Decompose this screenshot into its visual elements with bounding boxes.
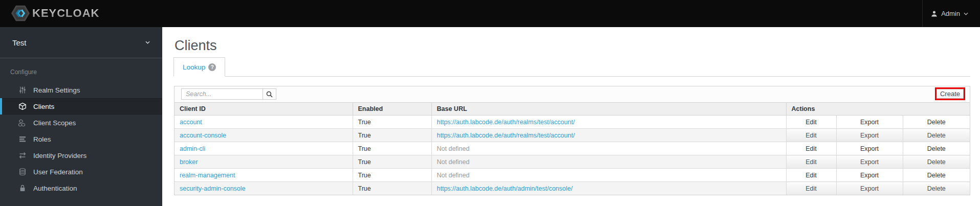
export-button[interactable]: Export [836,116,903,129]
base-url-cell: https://auth.labcode.de/auth/admin/test/… [431,182,786,195]
base-url-not-defined: Not defined [437,158,470,166]
export-button[interactable]: Export [836,155,903,169]
client-id-link[interactable]: security-admin-console [180,185,246,192]
base-url-not-defined: Not defined [437,145,470,152]
keycloak-logo-icon [11,5,30,22]
enabled-cell: True [353,155,431,169]
sidebar-item-label: Authentication [33,185,77,192]
app-header: KEYCLOAK Admin [0,0,980,27]
base-url-not-defined: Not defined [437,172,470,179]
header-separator [922,0,923,27]
base-url-link[interactable]: https://auth.labcode.de/auth/realms/test… [437,119,575,126]
chevron-down-icon [964,12,968,15]
edit-button[interactable]: Edit [786,169,836,182]
edit-button[interactable]: Edit [786,116,836,129]
sidebar-item-client-scopes[interactable]: Client Scopes [0,115,162,131]
brand-text: KEYCLOAK [32,7,99,20]
edit-button[interactable]: Edit [786,155,836,169]
column-header-actions: Actions [786,103,970,116]
sidebar-item-roles[interactable]: Roles [0,131,162,147]
page-title: Clients [175,38,980,54]
client-id-link[interactable]: account-console [180,132,226,139]
database-icon [18,168,27,176]
keycloak-logo: KEYCLOAK [11,5,99,22]
chevron-down-icon [145,41,150,44]
client-id-cell: realm-management [175,169,353,182]
export-button[interactable]: Export [836,169,903,182]
sidebar-item-label: Roles [33,135,51,143]
tabs-bar: Lookup ? [173,57,970,77]
edit-button[interactable]: Edit [786,129,836,142]
base-url-link[interactable]: https://auth.labcode.de/auth/realms/test… [437,132,575,139]
sliders-icon [18,86,27,94]
realm-name: Test [12,38,27,47]
sidebar-item-label: Clients [33,103,54,110]
column-header-enabled: Enabled [353,103,431,116]
client-id-cell: account-console [175,129,353,142]
search-input[interactable] [181,88,263,100]
user-menu[interactable]: Admin [931,0,968,27]
table-row: brokerTrueNot definedEditExportDelete [175,155,970,169]
enabled-cell: True [353,142,431,155]
sidebar-item-realm-settings[interactable]: Realm Settings [0,82,162,98]
search-icon [266,91,273,98]
client-id-cell: security-admin-console [175,182,353,195]
delete-button[interactable]: Delete [903,155,970,169]
delete-button[interactable]: Delete [903,169,970,182]
configure-label: Configure [10,68,162,76]
create-button[interactable]: Create [937,89,964,99]
tab-lookup[interactable]: Lookup ? [173,57,225,77]
delete-button[interactable]: Delete [903,116,970,129]
table-toolbar: Create [175,86,970,103]
export-button[interactable]: Export [836,129,903,142]
cubes-icon [18,119,27,127]
sidebar-item-label: Identity Providers [33,152,86,159]
client-id-link[interactable]: broker [180,158,198,166]
base-url-cell: https://auth.labcode.de/auth/realms/test… [431,116,786,129]
column-header-base-url: Base URL [431,103,786,116]
table-row: accountTruehttps://auth.labcode.de/auth/… [175,116,970,129]
export-button[interactable]: Export [836,142,903,155]
annotation-box: Create [935,87,965,100]
delete-button[interactable]: Delete [903,129,970,142]
tab-lookup-label: Lookup [183,63,205,71]
base-url-cell: Not defined [431,155,786,169]
table-header-row: Client ID Enabled Base URL Actions [175,103,970,116]
user-name: Admin [941,10,960,17]
base-url-link[interactable]: https://auth.labcode.de/auth/admin/test/… [437,185,573,192]
edit-button[interactable]: Edit [786,142,836,155]
enabled-cell: True [353,169,431,182]
help-icon[interactable]: ? [208,63,216,71]
sidebar-item-authentication[interactable]: Authentication [0,180,162,196]
client-id-cell: admin-cli [175,142,353,155]
delete-button[interactable]: Delete [903,142,970,155]
column-header-client-id: Client ID [175,103,353,116]
sidebar-item-user-federation[interactable]: User Federation [0,164,162,180]
sidebar-item-clients[interactable]: Clients [0,98,162,115]
table-row: admin-cliTrueNot definedEditExportDelete [175,142,970,155]
table-row: realm-managementTrueNot definedEditExpor… [175,169,970,182]
user-icon [931,10,938,17]
clients-panel: Create Client ID Enabled Base URL Action… [174,86,970,195]
client-id-cell: account [175,116,353,129]
sidebar-item-identity-providers[interactable]: Identity Providers [0,147,162,164]
base-url-cell: Not defined [431,169,786,182]
sidebar-item-label: User Federation [33,168,83,176]
edit-button[interactable]: Edit [786,182,836,195]
client-id-link[interactable]: account [180,119,202,126]
delete-button[interactable]: Delete [903,182,970,195]
table-row: security-admin-consoleTruehttps://auth.l… [175,182,970,195]
sidebar-item-label: Client Scopes [33,119,76,127]
lock-icon [18,184,27,192]
enabled-cell: True [353,129,431,142]
client-id-link[interactable]: admin-cli [180,145,205,152]
clients-table: Client ID Enabled Base URL Actions accou… [175,103,970,195]
realm-selector[interactable]: Test [0,27,162,58]
table-row: account-consoleTruehttps://auth.labcode.… [175,129,970,142]
export-button[interactable]: Export [836,182,903,195]
cube-icon [18,102,27,110]
client-id-link[interactable]: realm-management [180,172,235,179]
search-button[interactable] [263,88,276,100]
enabled-cell: True [353,182,431,195]
sidebar-item-label: Realm Settings [33,86,80,94]
